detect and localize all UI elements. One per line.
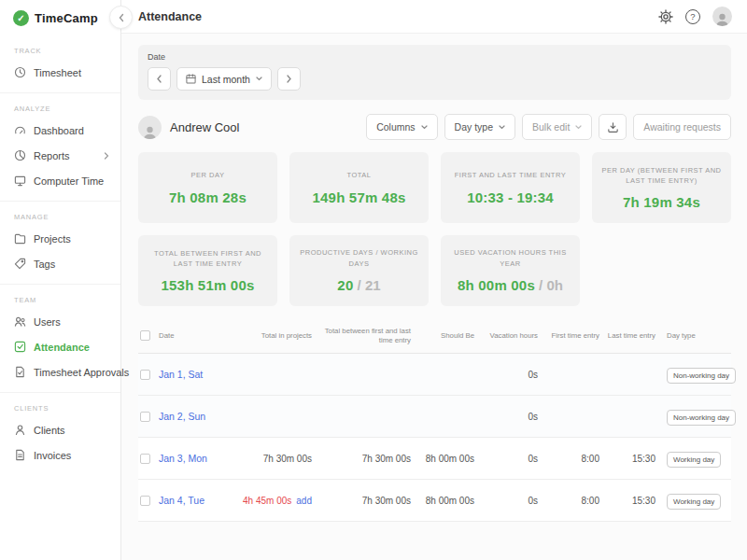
stat-value: 149h 57m 48s	[313, 189, 406, 205]
gear-icon[interactable]	[658, 9, 673, 24]
sidebar-section-clients: CLIENTS Clients Invoices	[0, 393, 120, 475]
content: Date Last month Andrew Cool C	[121, 34, 747, 522]
sidebar-item-clients[interactable]: Clients	[0, 417, 120, 442]
sidebar-item-label: Reports	[34, 150, 70, 161]
day-type-badge[interactable]: Working day	[667, 494, 721, 510]
stat-label: TOTAL	[347, 170, 372, 180]
day-type-badge[interactable]: Non-working day	[667, 368, 736, 384]
invoice-icon	[14, 449, 26, 461]
cell-day-type: Non-working day	[657, 407, 736, 426]
clock-icon	[14, 66, 26, 78]
sidebar-collapse-button[interactable]	[109, 6, 133, 29]
table-row[interactable]: Jan 2, Sun 0s Non-working day	[138, 396, 731, 438]
row-date-link[interactable]: Jan 4, Tue	[159, 495, 233, 506]
sidebar-item-dashboard[interactable]: Dashboard	[0, 118, 120, 143]
bulk-edit-dropdown[interactable]: Bulk edit	[522, 114, 592, 140]
sidebar-item-label: Users	[34, 316, 61, 328]
cell-last-time-entry: 15:30	[601, 454, 657, 464]
export-button[interactable]	[599, 114, 627, 140]
row-date-link[interactable]: Jan 1, Sat	[159, 369, 233, 380]
chevron-left-icon	[118, 13, 125, 22]
stats-row-2-spacer	[592, 235, 731, 306]
stat-label: PER DAY (BETWEEN FIRST AND LAST TIME ENT…	[601, 165, 722, 187]
check-square-icon	[14, 341, 26, 353]
cell-total-in-projects: 7h 30m 00s	[233, 454, 314, 464]
table-row[interactable]: Jan 4, Tue 4h 45m 00s add 7h 30m 00s 8h …	[138, 480, 731, 522]
stat-value-composite: 8h 00m 00s / 0h	[458, 277, 563, 294]
date-range-label: Last month	[202, 74, 250, 85]
chevron-down-icon	[421, 125, 428, 130]
sidebar-item-users[interactable]: Users	[0, 309, 120, 334]
chevron-right-icon	[286, 75, 292, 83]
sidebar-item-attendance[interactable]: Attendance	[0, 334, 120, 359]
download-icon	[607, 121, 619, 133]
stat-card-per-day-between: PER DAY (BETWEEN FIRST AND LAST TIME ENT…	[592, 152, 731, 223]
cell-should-be: 8h 00m 00s	[413, 454, 476, 464]
user-avatar[interactable]	[712, 7, 732, 26]
next-period-button[interactable]	[277, 67, 301, 91]
row-checkbox[interactable]	[140, 496, 150, 506]
users-icon	[14, 315, 26, 328]
stat-label: PRODUCTIVE DAYS / WORKING DAYS	[299, 247, 419, 269]
row-checkbox[interactable]	[140, 454, 150, 464]
sidebar-item-timesheet[interactable]: Timesheet	[0, 60, 120, 85]
table-toolbar: Columns Day type Bulk edit	[366, 114, 731, 140]
row-date-link[interactable]: Jan 3, Mon	[159, 453, 233, 464]
top-bar: Attendance ?	[121, 0, 747, 34]
row-checkbox[interactable]	[140, 370, 150, 380]
header-day-type: Day type	[657, 331, 731, 341]
stat-label: PER DAY	[191, 170, 225, 180]
columns-dropdown[interactable]: Columns	[366, 114, 437, 140]
sidebar-item-invoices[interactable]: Invoices	[0, 442, 120, 468]
header-first-time-entry: First time entry	[540, 331, 601, 341]
sidebar-section-label: ANALYZE	[0, 103, 120, 118]
page-title: Attendance	[138, 10, 202, 23]
row-date-link[interactable]: Jan 2, Sun	[159, 411, 233, 422]
stat-separator: /	[535, 277, 547, 293]
sidebar-item-computer-time[interactable]: Computer Time	[0, 168, 120, 193]
employee-name: Andrew Cool	[170, 120, 239, 134]
cell-total-between: 7h 30m 00s	[314, 454, 413, 464]
stat-label: FIRST AND LAST TIME ENTRY	[455, 170, 566, 180]
sidebar-item-tags[interactable]: Tags	[0, 251, 120, 276]
row-checkbox[interactable]	[140, 412, 150, 422]
stat-label: TOTAL BETWEEN FIRST AND LAST TIME ENTRY	[148, 248, 268, 270]
header-vacation-hours: Vacation hours	[476, 331, 540, 341]
table-header-row: Date Total in projects Total between fir…	[138, 319, 731, 354]
pie-chart-icon	[14, 149, 26, 161]
app-window: ✓ TimeCamp TRACK Timesheet ANALYZE Dashb…	[0, 0, 747, 560]
sidebar-item-projects[interactable]: Projects	[0, 226, 120, 251]
cell-vacation-hours: 0s	[476, 370, 540, 380]
select-all-checkbox[interactable]	[140, 330, 150, 341]
sidebar-section-label: MANAGE	[0, 211, 120, 226]
date-range-dropdown[interactable]: Last month	[176, 67, 272, 91]
sidebar-section-label: CLIENTS	[0, 402, 120, 417]
cell-day-type: Working day	[657, 449, 731, 468]
gauge-icon	[14, 124, 26, 136]
stat-card-productive-days: PRODUCTIVE DAYS / WORKING DAYS 20 / 21	[289, 235, 429, 306]
table-row[interactable]: Jan 3, Mon 7h 30m 00s 7h 30m 00s 8h 00m …	[138, 438, 731, 480]
date-filter-panel: Date Last month	[138, 45, 731, 100]
help-icon[interactable]: ?	[685, 9, 700, 24]
stat-value-composite: 20 / 21	[337, 277, 380, 294]
header-total-between: Total between first and last time entry	[314, 327, 413, 344]
sidebar-item-timesheet-approvals[interactable]: Timesheet Approvals	[0, 359, 120, 385]
day-type-dropdown[interactable]: Day type	[444, 114, 515, 140]
day-type-dropdown-label: Day type	[455, 121, 493, 133]
sidebar-section-track: TRACK Timesheet	[0, 35, 120, 93]
add-entry-link[interactable]: add	[296, 496, 312, 506]
cell-first-time-entry: 8:00	[540, 454, 601, 464]
brand-logo[interactable]: ✓ TimeCamp	[0, 0, 120, 35]
sidebar: ✓ TimeCamp TRACK Timesheet ANALYZE Dashb…	[0, 0, 121, 560]
stat-secondary-value: 21	[365, 277, 381, 293]
table-row[interactable]: Jan 1, Sat 0s Non-working day	[138, 354, 731, 396]
sidebar-item-reports[interactable]: Reports	[0, 143, 120, 168]
day-type-badge[interactable]: Non-working day	[667, 410, 736, 426]
day-type-badge[interactable]: Working day	[667, 452, 721, 468]
stat-card-used-vacation: USED VACATION HOURS THIS YEAR 8h 00m 00s…	[441, 235, 580, 306]
stat-card-total-between: TOTAL BETWEEN FIRST AND LAST TIME ENTRY …	[138, 235, 277, 306]
sidebar-section-analyze: ANALYZE Dashboard Reports Computer Time	[0, 93, 120, 202]
cell-first-time-entry: 8:00	[540, 496, 601, 506]
awaiting-requests-button[interactable]: Awaiting requests	[633, 114, 731, 140]
prev-period-button[interactable]	[148, 67, 171, 91]
